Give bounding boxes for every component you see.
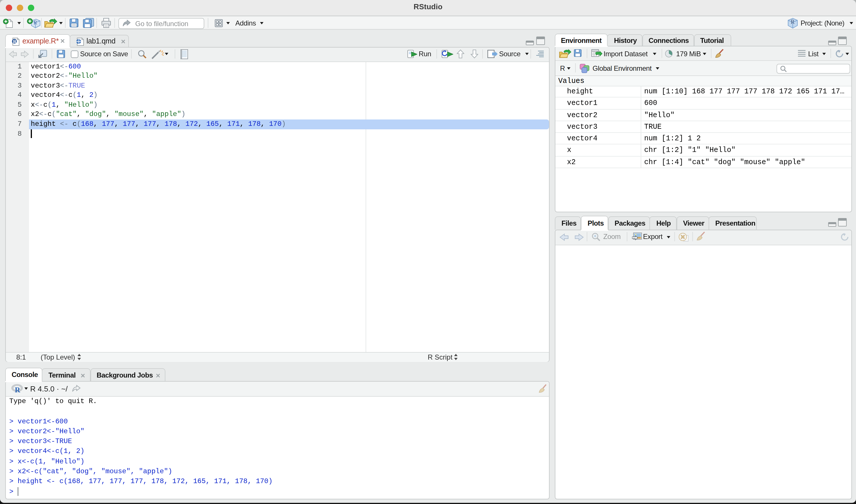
svg-text:R: R	[15, 386, 20, 393]
svg-text:R: R	[13, 39, 17, 44]
svg-text:R: R	[791, 19, 795, 25]
svg-text:R: R	[33, 20, 37, 25]
